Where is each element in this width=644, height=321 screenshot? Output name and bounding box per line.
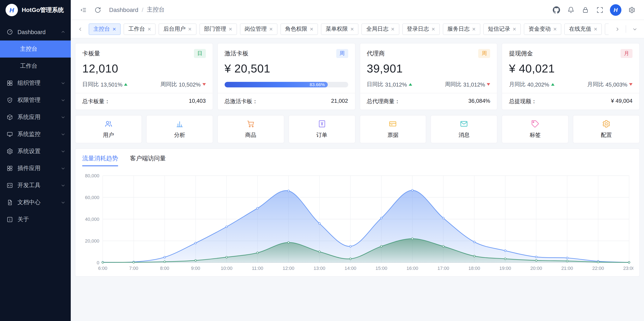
tab-close-icon[interactable] (310, 26, 313, 32)
shortcut-users[interactable]: 用户 (75, 115, 142, 143)
svg-text:22:00: 22:00 (592, 266, 604, 271)
stat-card-agents: 代理商 周 39,901 日同比31,012% 周同比31,012% 总代理商量… (360, 43, 498, 110)
ratio-value: 31,012% (463, 81, 485, 88)
tab-label: 后台用户 (164, 25, 186, 33)
stat-card-commission: 提现佣金 月 ¥ 40,021 月同比40,202% 月同比45,003% 总提… (502, 43, 640, 110)
shortcut-analysis[interactable]: 分析 (146, 115, 213, 143)
shortcut-tags[interactable]: 标签 (502, 115, 569, 143)
sidebar-item-dashboard[interactable]: Dashboard (0, 24, 71, 40)
progress-fill: 83.66% (224, 82, 328, 87)
tab-item[interactable]: 菜单权限 (321, 23, 358, 35)
sidebar-item-about[interactable]: 关于 (0, 211, 71, 228)
tab-close-icon[interactable] (112, 26, 116, 32)
shortcut-orders[interactable]: 订单 (288, 115, 355, 143)
stat-foot-value: 36,084% (468, 98, 490, 105)
svg-text:13:00: 13:00 (314, 266, 326, 271)
tab-close-icon[interactable] (391, 26, 394, 32)
shortcut-goods[interactable]: 商品 (217, 115, 284, 143)
fullscreen-icon[interactable] (593, 4, 606, 16)
content: 卡板量 日 12,010 日同比13,501% 周同比10,502% 总卡板量：… (71, 38, 644, 321)
shortcut-label: 商品 (245, 131, 256, 139)
tab-item[interactable]: 后台用户 (159, 23, 196, 35)
logo-row: H HotGo管理系统 (0, 0, 71, 20)
tab-close-icon[interactable] (350, 26, 354, 32)
github-icon[interactable] (550, 4, 562, 16)
settings-icon[interactable] (625, 4, 638, 16)
tab-item[interactable]: 资金变动 (524, 23, 561, 35)
sidebar-item-devtools[interactable]: 开发工具 (0, 177, 71, 194)
breadcrumb-current[interactable]: 主控台 (147, 6, 165, 14)
refresh-icon[interactable] (91, 4, 104, 16)
stat-card-badge: 月 (620, 49, 632, 58)
tab-traffic-trend[interactable]: 流量消耗趋势 (82, 155, 118, 166)
grid-icon (6, 80, 13, 86)
shortcut-label: 用户 (103, 131, 114, 139)
gear-icon (602, 119, 611, 128)
bell-icon[interactable] (564, 4, 577, 16)
tab-close-icon[interactable] (229, 26, 232, 32)
shortcut-messages[interactable]: 消息 (431, 115, 498, 143)
ratio-label: 日同比 (82, 80, 99, 88)
tab-item[interactable]: 提现管理 (605, 23, 608, 35)
stat-card-value: 12,010 (82, 62, 206, 76)
sidebar-item-label: 组织管理 (18, 79, 56, 87)
sidebar-item-docs[interactable]: 文档中心 (0, 194, 71, 211)
sidebar-item-console[interactable]: 主控台 (0, 40, 71, 58)
tab-label: 全局日志 (366, 25, 388, 33)
tab-item[interactable]: 角色权限 (280, 23, 318, 35)
svg-text:6:00: 6:00 (98, 266, 108, 271)
sidebar-item-label: 文档中心 (18, 199, 56, 206)
sidebar-item-monitoring[interactable]: 系统监控 (0, 126, 71, 143)
stat-foot-value: ¥ 49,004 (611, 98, 632, 105)
sidebar-item-settings[interactable]: 系统设置 (0, 143, 71, 160)
apps-icon (6, 165, 13, 172)
tab-item[interactable]: 短信记录 (483, 23, 521, 35)
tab-item[interactable]: 工作台 (124, 23, 156, 35)
tabs-scroll-right-icon[interactable] (612, 24, 622, 34)
shortcut-bills[interactable]: 票据 (360, 115, 426, 143)
stat-foot-value: 21,002 (331, 98, 348, 105)
shortcut-label: 分析 (174, 131, 185, 139)
trend-up-icon (551, 83, 554, 86)
tab-item[interactable]: 岗位管理 (240, 23, 278, 35)
stat-card-badge: 周 (336, 49, 348, 58)
sidebar-item-workbench[interactable]: 工作台 (0, 58, 71, 74)
traffic-chart-card: 流量消耗趋势 客户端访问量 020,00040,00060,00080,0006… (75, 148, 640, 277)
avatar[interactable]: H (610, 4, 622, 16)
app-title: HotGo管理系统 (22, 6, 64, 14)
stat-card-title: 提现佣金 (509, 50, 533, 57)
tab-close-icon[interactable] (594, 26, 597, 32)
tab-close-icon[interactable] (148, 26, 151, 32)
tab-close-icon[interactable] (269, 26, 273, 32)
tab-close-icon[interactable] (513, 26, 516, 32)
sidebar-item-organization[interactable]: 组织管理 (0, 74, 71, 92)
tab-client-visits[interactable]: 客户端访问量 (130, 155, 166, 166)
tab-close-icon[interactable] (432, 26, 435, 32)
sidebar-item-label: 工作台 (20, 62, 66, 70)
shortcut-config[interactable]: 配置 (573, 115, 640, 143)
tab-item[interactable]: 服务日志 (442, 23, 480, 35)
tab-item[interactable]: 主控台 (89, 23, 120, 35)
tab-close-icon[interactable] (188, 26, 192, 32)
tabs-scroll-left-icon[interactable] (75, 24, 85, 34)
svg-text:16:00: 16:00 (406, 266, 418, 271)
breadcrumb-root[interactable]: Dashboard (109, 6, 138, 13)
tab-close-icon[interactable] (553, 26, 557, 32)
tab-close-icon[interactable] (472, 26, 476, 32)
tabbar-divider (626, 25, 626, 33)
tab-item[interactable]: 部门管理 (199, 23, 237, 35)
dashboard-icon (6, 28, 13, 36)
lock-icon[interactable] (579, 4, 592, 16)
tab-item[interactable]: 登录日志 (402, 23, 440, 35)
tab-item[interactable]: 在线充值 (564, 23, 602, 35)
tab-item[interactable]: 全局日志 (362, 23, 399, 35)
tabs-dropdown-icon[interactable] (630, 24, 640, 34)
sidebar-item-permissions[interactable]: 权限管理 (0, 92, 71, 109)
monitor-icon (6, 131, 13, 138)
sidebar-item-system-apps[interactable]: 系统应用 (0, 109, 71, 126)
about-icon (6, 216, 13, 223)
sidebar-item-plugins[interactable]: 插件应用 (0, 160, 71, 177)
trend-down-icon (487, 83, 490, 86)
stat-card-title: 代理商 (367, 50, 385, 57)
collapse-sidebar-icon[interactable] (77, 4, 90, 16)
